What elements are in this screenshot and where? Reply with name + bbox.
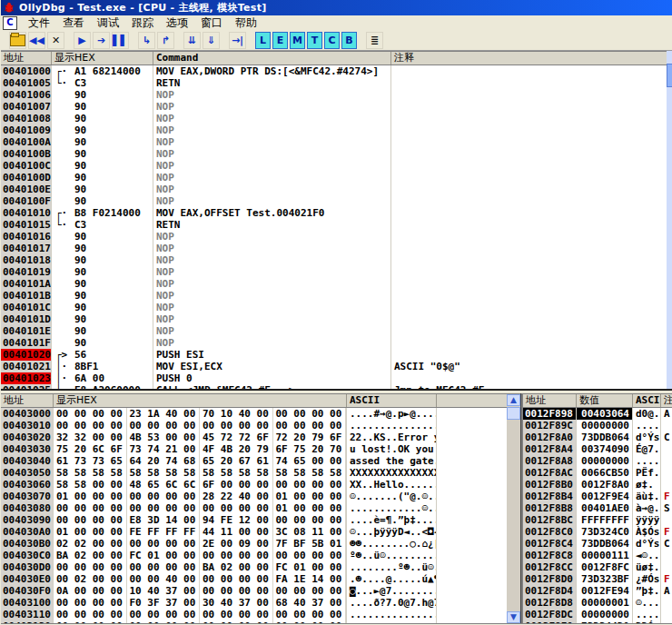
disasm-command-cell[interactable]: NOP: [153, 243, 391, 254]
dump-hex-cell[interactable]: 00 00 00 00E8 3D 14 0094 FE 12 0000 00 0…: [54, 514, 347, 526]
dump-address-cell[interactable]: 004030D0: [1, 561, 54, 573]
dump-ascii-cell[interactable]: ☻☻........○.⌂¿[☺: [347, 538, 437, 550]
disasm-address-cell[interactable]: 0040100C: [1, 160, 52, 172]
stack-row[interactable]: 0012F8A073DDB064d°ÝsC: [523, 432, 672, 443]
disasm-address-cell[interactable]: 00401005: [1, 77, 52, 89]
disasm-address-cell[interactable]: 0040101C: [1, 302, 52, 313]
dump-ascii-cell[interactable]: u lost!.OK you p: [347, 443, 437, 455]
stack-pane[interactable]: 地址 数值 ASCII 注释 0012F89800403064d0@.A0012…: [523, 393, 672, 624]
disasm-row[interactable]: 00401023│·6A 00PUSH 0: [1, 372, 667, 384]
dump-row[interactable]: 0040306058 58 00 0048 65 6C 6C6F 00 00 0…: [1, 479, 520, 491]
disasm-hexbytes-cell[interactable]: 90: [72, 195, 153, 207]
memory-window-button[interactable]: M: [290, 32, 305, 49]
disasm-comment-cell[interactable]: [391, 349, 667, 361]
disasm-hexbytes-cell[interactable]: 90: [72, 89, 153, 101]
menu-item-1[interactable]: 查看: [56, 15, 91, 32]
disasm-address-cell[interactable]: 00401008: [1, 113, 52, 124]
disasm-comment-cell[interactable]: [391, 266, 667, 278]
disasm-comment-cell[interactable]: [391, 313, 667, 325]
disasm-hexbytes-cell[interactable]: 90: [72, 101, 153, 113]
dump-row[interactable]: 0040302032 32 00 004B 53 00 0045 72 72 6…: [1, 432, 520, 443]
dump-ascii-cell[interactable]: ◙...►@7.........: [347, 585, 437, 597]
stack-ascii-cell[interactable]: d0@.: [633, 408, 661, 420]
disasm-command-cell[interactable]: NOP: [153, 184, 391, 195]
disasm-command-cell[interactable]: MOV EAX,DWORD PTR DS:[<&MFC42.#4274>]: [153, 65, 391, 77]
disasm-address-cell[interactable]: 0040100A: [1, 136, 52, 148]
stack-address-cell[interactable]: 0012F8C0: [523, 526, 577, 538]
stack-value-cell[interactable]: FFFFFFFF: [577, 514, 633, 526]
dump-row[interactable]: 004030D000 00 00 0000 00 00 00BA 02 00 0…: [1, 561, 520, 573]
disasm-command-cell[interactable]: MOV ESI,ECX: [153, 361, 391, 372]
rewind-button[interactable]: ◀◀: [28, 32, 45, 49]
stack-ascii-cell[interactable]: À$Ós: [633, 526, 661, 538]
dump-hex-cell[interactable]: 00 00 00 00F0 3F 37 0030 40 37 0068 40 3…: [54, 597, 347, 609]
disasm-row[interactable]: 0040101D90NOP: [1, 313, 667, 325]
dump-row[interactable]: 0040300000 00 00 0023 1A 40 0070 10 40 0…: [1, 408, 520, 420]
disasm-row[interactable]: 00401015└·C3RETN: [1, 219, 667, 231]
menu-item-5[interactable]: 窗口: [194, 15, 229, 32]
memory-dump-pane[interactable]: 地址 显示HEX ASCII 0040300000 00 00 0023 1A …: [1, 393, 520, 624]
disasm-comment-cell[interactable]: [391, 325, 667, 337]
dump-row[interactable]: 0040309000 00 00 00E8 3D 14 0094 FE 12 0…: [1, 514, 520, 526]
disasm-hexbytes-cell[interactable]: 90: [72, 302, 153, 313]
disasm-header-address[interactable]: 地址: [1, 52, 52, 64]
disasm-address-cell[interactable]: 00401006: [1, 89, 52, 101]
step-into-button[interactable]: ↳: [138, 32, 155, 49]
stack-value-cell[interactable]: 73D324C0: [577, 526, 633, 538]
disasm-hexbytes-cell[interactable]: 90: [72, 266, 153, 278]
disasm-address-cell[interactable]: 00401017: [1, 243, 52, 254]
disasm-hexbytes-cell[interactable]: 90: [72, 278, 153, 290]
disassembly-pane[interactable]: 地址 显示HEX Command 注释 00401000┌·A1 6821400…: [1, 51, 667, 390]
disasm-address-cell[interactable]: 0040101D: [1, 313, 52, 325]
disasm-hexbytes-cell[interactable]: 90: [72, 290, 153, 302]
disasm-comment-cell[interactable]: [391, 207, 667, 219]
disasm-hexbytes-cell[interactable]: 90: [72, 243, 153, 254]
disasm-row[interactable]: 0040100C90NOP: [1, 160, 667, 172]
stack-comment-cell[interactable]: A: [661, 408, 672, 420]
disasm-command-cell[interactable]: NOP: [153, 313, 391, 325]
disasm-hexbytes-cell[interactable]: 90: [72, 325, 153, 337]
animate-over-button[interactable]: ⇓: [203, 32, 220, 49]
dump-address-cell[interactable]: 00403060: [1, 479, 54, 491]
disasm-command-cell[interactable]: NOP: [153, 124, 391, 136]
dump-address-cell[interactable]: 00403090: [1, 514, 54, 526]
dump-address-cell[interactable]: 00403110: [1, 609, 54, 620]
dump-address-cell[interactable]: 00403030: [1, 443, 54, 455]
dump-scrollbar[interactable]: ▲ ▼: [507, 394, 520, 623]
disasm-hexbytes-cell[interactable]: C3: [72, 219, 153, 231]
dump-ascii-cell[interactable]: ☺.......("@.☺...: [347, 491, 437, 502]
disasm-comment-cell[interactable]: [391, 278, 667, 290]
dump-hex-cell[interactable]: 00 00 00 0023 1A 40 0070 10 40 0000 00 0…: [54, 408, 347, 420]
dump-row[interactable]: 004030C0BA 02 00 00FC 01 00 0000 00 00 0…: [1, 550, 520, 561]
disasm-command-cell[interactable]: NOP: [153, 278, 391, 290]
stack-address-cell[interactable]: 0012F8C8: [523, 550, 577, 561]
stack-address-cell[interactable]: 0012F8DC: [523, 609, 577, 620]
disasm-hexbytes-cell[interactable]: 90: [72, 184, 153, 195]
animate-into-button[interactable]: ⇊: [183, 32, 201, 49]
stack-ascii-cell[interactable]: PËf.: [633, 467, 661, 479]
dump-hex-cell[interactable]: 58 58 00 0048 65 6C 6C6F 00 00 0000 00 0…: [54, 479, 347, 491]
dump-row[interactable]: 0040305058 58 58 5858 58 58 5858 58 58 5…: [1, 467, 520, 479]
dump-address-cell[interactable]: 00403070: [1, 491, 54, 502]
disasm-comment-cell[interactable]: [391, 89, 667, 101]
stack-value-cell[interactable]: 00401AE0: [577, 502, 633, 514]
stack-comment-cell[interactable]: F: [661, 573, 672, 585]
stack-value-cell[interactable]: 00000000: [577, 609, 633, 620]
stack-value-cell[interactable]: 00403064: [577, 408, 633, 420]
disasm-comment-cell[interactable]: [391, 243, 667, 254]
disasm-command-cell[interactable]: NOP: [153, 325, 391, 337]
disasm-address-cell[interactable]: 0040100E: [1, 184, 52, 195]
dump-header-address[interactable]: 地址: [1, 394, 54, 407]
disasm-command-cell[interactable]: NOP: [153, 172, 391, 184]
disasm-row[interactable]: 0040101B90NOP: [1, 290, 667, 302]
stack-row[interactable]: 0012F8CC0012F8FCüø‡.: [523, 561, 672, 573]
dump-hex-cell[interactable]: 00 00 00 0000 00 00 0000 00 00 0000 00 0…: [54, 420, 347, 432]
dump-hex-cell[interactable]: 58 58 58 5858 58 58 5858 58 58 5858 58 5…: [54, 467, 347, 479]
disasm-row[interactable]: 0040100990NOP: [1, 124, 667, 136]
disasm-hexbytes-cell[interactable]: 90: [72, 313, 153, 325]
stack-header-ascii[interactable]: ASCII: [633, 394, 661, 407]
stack-row[interactable]: 0012F8BCFFFFFFFFÿÿÿÿ: [523, 514, 672, 526]
disasm-address-cell[interactable]: 0040101A: [1, 278, 52, 290]
disasm-comment-cell[interactable]: [391, 254, 667, 266]
dump-ascii-cell[interactable]: XX..Hello.......: [347, 479, 437, 491]
